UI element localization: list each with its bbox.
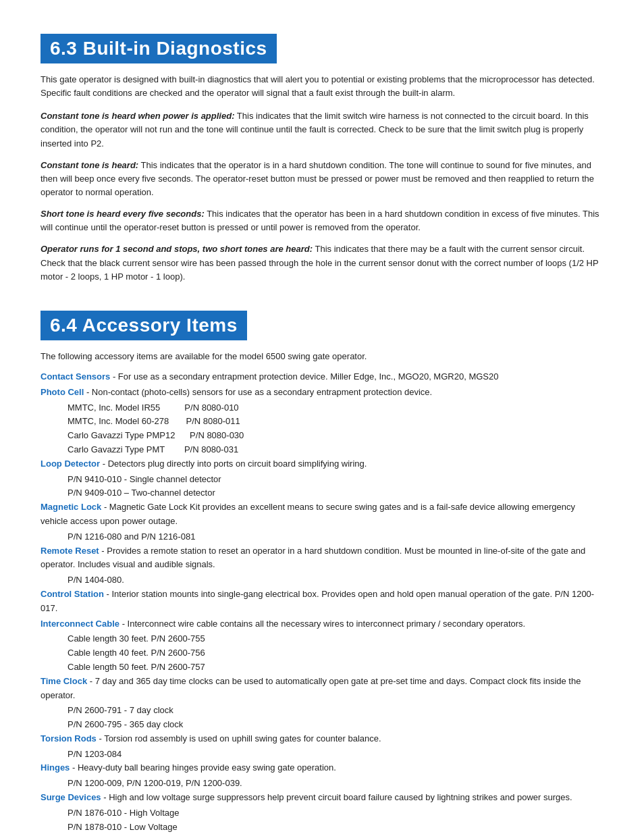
fault-2: Constant tone is heard: This indicates t…	[41, 159, 603, 199]
section-63-intro: This gate operator is designed with buil…	[41, 73, 603, 100]
acc-interconnect-line3: Cable length 50 feet. P/N 2600-757	[68, 660, 603, 675]
acc-surge-devices-text: - High and low voltage surge suppressors…	[101, 792, 572, 802]
fault-2-label: Constant tone is heard:	[41, 160, 138, 170]
acc-magnetic-lock-line1: P/N 1216-080 and P/N 1216-081	[68, 530, 603, 544]
acc-interconnect-pn: Cable length 30 feet. P/N 2600-755 Cable…	[68, 632, 603, 674]
acc-magnetic-lock: Magnetic Lock - Magnetic Gate Lock Kit p…	[41, 500, 603, 529]
acc-time-clock-line2: P/N 2600-795 - 365 day clock	[68, 718, 603, 732]
acc-torsion-rods-label: Torsion Rods	[41, 733, 97, 744]
fault-1-label: Constant tone is heard when power is app…	[41, 111, 234, 121]
acc-surge-line1: P/N 1876-010 - High Voltage	[68, 806, 603, 820]
fault-1: Constant tone is heard when power is app…	[41, 109, 603, 150]
acc-remote-reset-label: Remote Reset	[41, 546, 99, 556]
accessory-list: Contact Sensors - For use as a secondary…	[41, 370, 603, 834]
fault-4: Operator runs for 1 second and stops, tw…	[41, 242, 603, 283]
acc-hinges-text: - Heavy-duty ball bearing hinges provide…	[70, 762, 336, 773]
acc-magnetic-lock-label: Magnetic Lock	[41, 502, 101, 512]
fault-3: Short tone is heard every five seconds: …	[41, 207, 603, 234]
acc-loop-detector-text: - Detectors plug directly into ports on …	[100, 459, 367, 469]
acc-time-clock: Time Clock - 7 day and 365 day time cloc…	[41, 675, 603, 703]
acc-torsion-rods-text: - Torsion rod assembly is used on uphill…	[97, 733, 381, 744]
acc-loop-detector: Loop Detector - Detectors plug directly …	[41, 457, 603, 471]
acc-hinges: Hinges - Heavy-duty ball bearing hinges …	[41, 761, 603, 775]
fault-4-label: Operator runs for 1 second and stops, tw…	[41, 244, 313, 254]
section-64-intro: The following accessory items are availa…	[41, 350, 603, 363]
acc-magnetic-lock-text: - Magnetic Gate Lock Kit provides an exc…	[41, 502, 575, 526]
acc-photo-cell: Photo Cell - Non-contact (photo-cells) s…	[41, 386, 603, 400]
section-64-title: 6.4 Accessory Items	[41, 311, 247, 340]
acc-photo-cell-models: MMTC, Inc. Model IR55 P/N 8080-010 MMTC,…	[68, 401, 603, 457]
acc-photocell-line3: Carlo Gavazzi Type PMP12 P/N 8080-030	[68, 429, 603, 443]
acc-remote-reset-pn: P/N 1404-080.	[68, 573, 603, 588]
acc-loop-line2: P/N 9409-010 – Two-channel detector	[68, 486, 603, 500]
acc-contact-sensors-text: - For use as a secondary entrapment prot…	[110, 371, 498, 382]
acc-remote-reset-line1: P/N 1404-080.	[68, 573, 603, 588]
acc-time-clock-label: Time Clock	[41, 676, 87, 686]
acc-hinges-pn: P/N 1200-009, P/N 1200-019, P/N 1200-039…	[68, 777, 603, 791]
acc-time-clock-line1: P/N 2600-791 - 7 day clock	[68, 704, 603, 718]
acc-contact-sensors: Contact Sensors - For use as a secondary…	[41, 370, 603, 384]
acc-torsion-pn: P/N 1203-084	[68, 748, 603, 762]
acc-control-station-text: - Interior station mounts into single-ga…	[41, 589, 594, 613]
acc-hinges-label: Hinges	[41, 762, 70, 773]
acc-control-station: Control Station - Interior station mount…	[41, 588, 603, 616]
acc-surge-line2: P/N 1878-010 - Low Voltage	[68, 820, 603, 834]
section-64: 6.4 Accessory Items The following access…	[41, 304, 603, 834]
acc-loop-detector-label: Loop Detector	[41, 459, 100, 469]
acc-photo-cell-text: - Non-contact (photo-cells) sensors for …	[84, 387, 432, 397]
acc-magnetic-lock-pn: P/N 1216-080 and P/N 1216-081	[68, 530, 603, 544]
fault-3-label: Short tone is heard every five seconds:	[41, 209, 205, 219]
acc-contact-sensors-label: Contact Sensors	[41, 371, 110, 382]
section-63-title: 6.3 Built-in Diagnostics	[41, 34, 277, 63]
acc-surge-pn: P/N 1876-010 - High Voltage P/N 1878-010…	[68, 806, 603, 834]
acc-interconnect-line1: Cable length 30 feet. P/N 2600-755	[68, 632, 603, 646]
acc-photo-cell-label: Photo Cell	[41, 387, 84, 397]
acc-interconnect-cable-label: Interconnect Cable	[41, 619, 119, 629]
acc-torsion-rods: Torsion Rods - Torsion rod assembly is u…	[41, 732, 603, 746]
section-63: 6.3 Built-in Diagnostics This gate opera…	[41, 27, 603, 284]
acc-torsion-line1: P/N 1203-084	[68, 748, 603, 762]
acc-photocell-line1: MMTC, Inc. Model IR55 P/N 8080-010	[68, 401, 603, 415]
acc-hinges-line1: P/N 1200-009, P/N 1200-019, P/N 1200-039…	[68, 777, 603, 791]
acc-time-clock-text: - 7 day and 365 day time clocks can be u…	[41, 676, 581, 700]
acc-interconnect-line2: Cable length 40 feet. P/N 2600-756	[68, 646, 603, 660]
acc-photocell-line2: MMTC, Inc. Model 60-278 P/N 8080-011	[68, 415, 603, 429]
acc-interconnect-cable-text: - Interconnect wire cable contains all t…	[119, 619, 525, 629]
acc-interconnect-cable: Interconnect Cable - Interconnect wire c…	[41, 617, 603, 631]
acc-surge-devices: Surge Devices - High and low voltage sur…	[41, 791, 603, 805]
acc-remote-reset: Remote Reset - Provides a remote station…	[41, 544, 603, 573]
acc-remote-reset-text: - Provides a remote station to reset an …	[41, 546, 585, 570]
acc-loop-line1: P/N 9410-010 - Single channel detector	[68, 473, 603, 487]
acc-control-station-label: Control Station	[41, 589, 104, 599]
acc-time-clock-pn: P/N 2600-791 - 7 day clock P/N 2600-795 …	[68, 704, 603, 732]
acc-surge-devices-label: Surge Devices	[41, 792, 101, 802]
acc-photocell-line4: Carlo Gavazzi Type PMT P/N 8080-031	[68, 443, 603, 457]
acc-loop-models: P/N 9410-010 - Single channel detector P…	[68, 473, 603, 501]
